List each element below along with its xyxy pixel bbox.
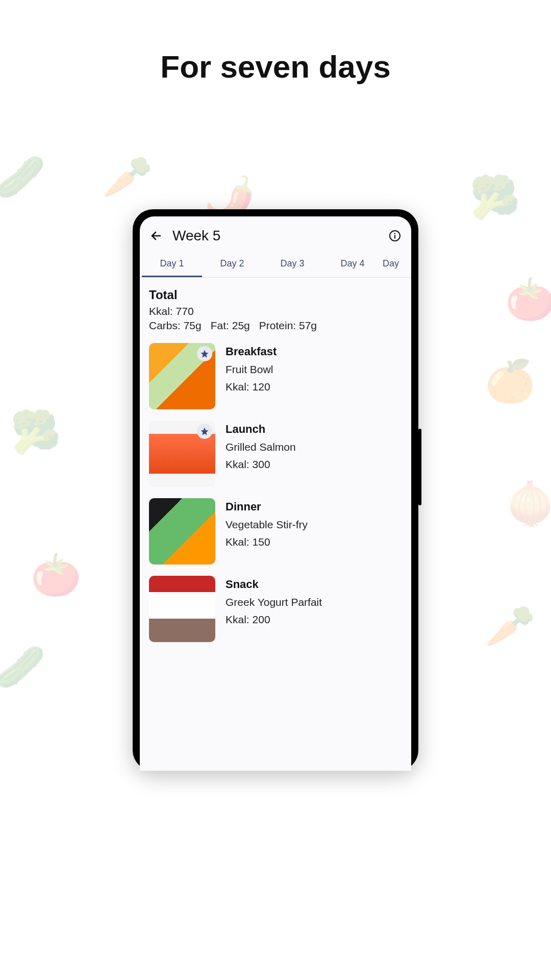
back-button[interactable]: [149, 229, 163, 243]
meal-type: Snack: [226, 578, 322, 591]
tab-day-3[interactable]: Day 3: [262, 251, 322, 277]
totals-carbs: Carbs: 75g: [149, 320, 202, 332]
totals-kkal: Kkal: 770: [149, 305, 402, 317]
info-icon: [389, 230, 401, 242]
meal-image: [149, 421, 215, 487]
tab-day-2[interactable]: Day 2: [202, 251, 262, 277]
app-bar: Week 5: [140, 216, 411, 251]
svg-point-3: [394, 233, 395, 234]
meal-type: Launch: [226, 423, 296, 436]
page-heading: For seven days: [160, 48, 390, 85]
meal-type: Breakfast: [226, 345, 277, 358]
meal-row[interactable]: Dinner Vegetable Stir-fry Kkal: 150: [149, 498, 402, 565]
meal-row[interactable]: Launch Grilled Salmon Kkal: 300: [149, 421, 402, 487]
meal-kcal: Kkal: 300: [226, 458, 296, 471]
meal-row[interactable]: Snack Greek Yogurt Parfait Kkal: 200: [149, 576, 402, 642]
star-icon: [200, 427, 209, 436]
app-bar-title: Week 5: [172, 228, 379, 244]
meal-image: [149, 343, 215, 409]
meal-type: Dinner: [226, 500, 308, 513]
arrow-left-icon: [150, 230, 162, 242]
totals-macros: Carbs: 75g Fat: 25g Protein: 57g: [149, 320, 402, 332]
totals-fat: Fat: 25g: [211, 320, 250, 332]
meal-info: Dinner Vegetable Stir-fry Kkal: 150: [226, 498, 308, 565]
meal-row[interactable]: Breakfast Fruit Bowl Kkal: 120: [149, 343, 402, 409]
info-button[interactable]: [388, 229, 402, 243]
meal-image: [149, 576, 215, 642]
meal-kcal: Kkal: 120: [226, 381, 277, 393]
meal-kcal: Kkal: 150: [226, 536, 308, 548]
tab-day-4[interactable]: Day 4: [322, 251, 383, 277]
favorite-badge[interactable]: [197, 424, 212, 439]
day-content: Total Kkal: 770 Carbs: 75g Fat: 25g Prot…: [140, 278, 411, 664]
tab-day-5[interactable]: Day: [383, 251, 411, 277]
meal-info: Launch Grilled Salmon Kkal: 300: [226, 421, 296, 487]
totals-protein: Protein: 57g: [259, 320, 317, 332]
meal-kcal: Kkal: 200: [226, 614, 322, 626]
meal-name: Grilled Salmon: [226, 441, 296, 453]
day-tabs: Day 1 Day 2 Day 3 Day 4 Day: [140, 251, 411, 278]
favorite-badge[interactable]: [197, 346, 212, 361]
tab-day-1[interactable]: Day 1: [142, 251, 202, 277]
totals-block: Total Kkal: 770 Carbs: 75g Fat: 25g Prot…: [149, 288, 402, 332]
meal-name: Greek Yogurt Parfait: [226, 596, 322, 608]
totals-title: Total: [149, 288, 402, 302]
meal-info: Snack Greek Yogurt Parfait Kkal: 200: [226, 576, 322, 642]
meal-name: Vegetable Stir-fry: [226, 519, 308, 531]
meal-image: [149, 498, 215, 565]
star-icon: [200, 349, 209, 358]
phone-screen: Week 5 Day 1 Day 2 Day 3 Day 4 Day Total…: [140, 216, 411, 771]
meal-name: Fruit Bowl: [226, 363, 277, 376]
meal-info: Breakfast Fruit Bowl Kkal: 120: [226, 343, 277, 409]
phone-frame: Week 5 Day 1 Day 2 Day 3 Day 4 Day Total…: [133, 209, 418, 771]
